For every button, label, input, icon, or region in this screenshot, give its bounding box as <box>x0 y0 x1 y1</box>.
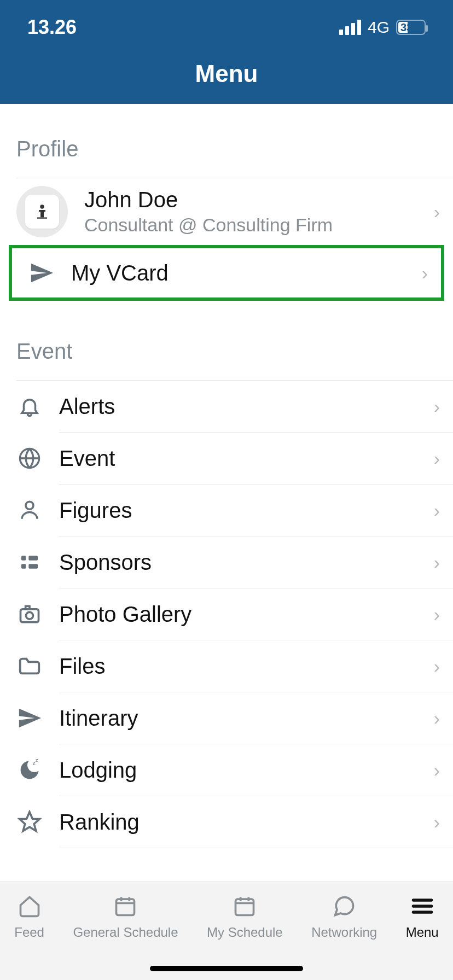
paper-plane-icon <box>12 260 71 285</box>
section-header-profile: Profile <box>0 104 453 178</box>
calendar-icon <box>233 892 257 920</box>
tab-general-schedule[interactable]: General Schedule <box>73 892 178 940</box>
tab-my-schedule-label: My Schedule <box>207 925 283 940</box>
files-label: Files <box>59 654 434 679</box>
home-icon <box>18 892 42 920</box>
battery-icon: 33 <box>396 20 426 35</box>
grid-icon <box>0 551 59 573</box>
figures-row[interactable]: Figures › <box>0 485 453 536</box>
chevron-right-icon: › <box>434 448 440 469</box>
svg-rect-10 <box>21 609 39 622</box>
files-row[interactable]: Files › <box>0 640 453 692</box>
tab-menu-label: Menu <box>406 925 439 940</box>
lodging-label: Lodging <box>59 758 434 783</box>
svg-rect-12 <box>26 606 30 609</box>
svg-point-5 <box>26 501 33 509</box>
alerts-label: Alerts <box>59 394 434 419</box>
hamburger-icon <box>410 892 434 920</box>
chevron-right-icon: › <box>434 708 440 729</box>
svg-rect-16 <box>117 899 135 915</box>
tab-networking[interactable]: Networking <box>311 892 377 940</box>
photo-gallery-label: Photo Gallery <box>59 602 434 627</box>
svg-rect-8 <box>28 556 38 560</box>
svg-rect-17 <box>236 899 254 915</box>
my-vcard-label: My VCard <box>71 261 422 285</box>
svg-point-11 <box>26 612 33 619</box>
moon-sleep-icon: zz <box>0 758 59 782</box>
title-bar: Menu <box>0 55 453 104</box>
person-icon <box>0 499 59 522</box>
profile-row[interactable]: John Doe Consultant @ Consulting Firm › <box>0 178 453 245</box>
home-indicator <box>150 966 303 971</box>
status-time: 13.26 <box>27 16 77 39</box>
tab-feed[interactable]: Feed <box>14 892 44 940</box>
figures-label: Figures <box>59 498 434 523</box>
alerts-row[interactable]: Alerts › <box>0 381 453 432</box>
content-area: Profile John Doe Consultant @ Consulting… <box>0 104 453 882</box>
svg-rect-1 <box>39 210 45 212</box>
highlight-box: My VCard › <box>9 245 444 301</box>
my-vcard-row[interactable]: My VCard › <box>12 248 441 298</box>
tab-my-schedule[interactable]: My Schedule <box>207 892 283 940</box>
speaker-icon <box>32 202 52 221</box>
chevron-right-icon: › <box>434 396 440 417</box>
network-label: 4G <box>368 18 390 37</box>
chevron-right-icon: › <box>434 812 440 833</box>
lodging-row[interactable]: zz Lodging › <box>0 744 453 796</box>
tab-bar: Feed General Schedule My Schedule Networ… <box>0 882 453 980</box>
profile-subtitle: Consultant @ Consulting Firm <box>84 214 417 236</box>
ranking-label: Ranking <box>59 810 434 835</box>
sponsors-row[interactable]: Sponsors › <box>0 536 453 588</box>
status-bar: 13.26 4G 33 <box>0 0 453 55</box>
photo-gallery-row[interactable]: Photo Gallery › <box>0 588 453 640</box>
svg-text:z: z <box>36 758 38 763</box>
tab-networking-label: Networking <box>311 925 377 940</box>
itinerary-row[interactable]: Itinerary › <box>0 692 453 744</box>
tab-menu[interactable]: Menu <box>406 892 439 940</box>
svg-rect-7 <box>21 564 26 568</box>
avatar <box>16 186 68 237</box>
bell-icon <box>0 395 59 418</box>
chevron-right-icon: › <box>434 201 440 223</box>
itinerary-label: Itinerary <box>59 706 434 731</box>
battery-percent: 33 <box>400 21 413 34</box>
svg-rect-9 <box>28 564 38 568</box>
section-header-event: Event <box>0 301 453 380</box>
event-row[interactable]: Event › <box>0 433 453 484</box>
tab-general-schedule-label: General Schedule <box>73 925 178 940</box>
svg-rect-3 <box>37 218 47 219</box>
event-label: Event <box>59 446 434 471</box>
paper-plane-icon <box>0 705 59 731</box>
chevron-right-icon: › <box>422 262 428 284</box>
tab-feed-label: Feed <box>14 925 44 940</box>
chevron-right-icon: › <box>434 656 440 677</box>
chevron-right-icon: › <box>434 604 440 625</box>
star-icon <box>0 810 59 834</box>
calendar-icon <box>113 892 137 920</box>
sponsors-label: Sponsors <box>59 550 434 575</box>
svg-rect-6 <box>21 556 26 560</box>
chat-icon <box>332 892 356 920</box>
globe-icon <box>0 447 59 470</box>
profile-name: John Doe <box>84 188 417 212</box>
chevron-right-icon: › <box>434 500 440 521</box>
ranking-row[interactable]: Ranking › <box>0 796 453 848</box>
signal-icon <box>339 20 361 35</box>
svg-marker-15 <box>20 812 40 831</box>
chevron-right-icon: › <box>434 760 440 781</box>
chevron-right-icon: › <box>434 552 440 573</box>
folder-icon <box>0 654 59 679</box>
camera-icon <box>0 602 59 626</box>
svg-rect-2 <box>40 212 44 218</box>
svg-point-0 <box>40 205 44 209</box>
page-title: Menu <box>195 60 258 88</box>
